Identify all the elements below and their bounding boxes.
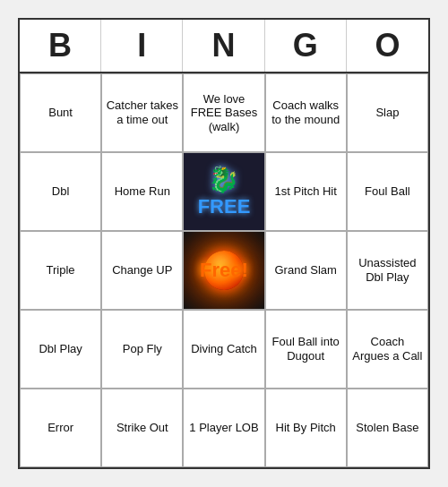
bingo-cell-23: Hit By Pitch [265, 389, 347, 467]
bingo-cell-4: Slap [347, 73, 428, 152]
bingo-cell-10: Triple [20, 231, 101, 310]
bingo-cell-1: Catcher takes a time out [101, 73, 183, 152]
bingo-cell-17: Diving Catch [183, 310, 264, 389]
cell-text: Diving Catch [191, 342, 257, 356]
bingo-cell-3: Coach walks to the mound [265, 73, 347, 152]
bingo-cell-15: Dbl Play [20, 310, 101, 389]
bingo-letter-n: N [183, 20, 264, 72]
bingo-grid: BuntCatcher takes a time outWe love FREE… [20, 73, 428, 467]
cell-text: 1st Pitch Hit [275, 184, 337, 199]
bingo-cell-21: Strike Out [101, 389, 183, 467]
cell-text: Coach Argues a Call [351, 335, 424, 363]
cell-text: Dbl Play [39, 342, 82, 356]
bingo-cell-8: 1st Pitch Hit [265, 152, 347, 231]
bingo-cell-2: We love FREE Bases (walk) [183, 73, 264, 152]
cell-text: Bunt [48, 106, 73, 120]
bingo-card: BINGO BuntCatcher takes a time outWe lov… [18, 18, 430, 469]
cell-text: Coach walks to the mound [270, 98, 342, 126]
cell-text: Error [47, 421, 73, 435]
bingo-cell-12: Free! [183, 231, 264, 310]
bingo-cell-5: Dbl [20, 152, 101, 231]
bingo-letter-o: O [347, 20, 428, 72]
cell-text: Dbl [52, 184, 70, 199]
bingo-cell-14: Unassisted Dbl Play [347, 231, 428, 310]
cell-text: Strike Out [116, 421, 168, 435]
bingo-letter-g: G [265, 20, 347, 72]
free-label-fire: Free! [200, 259, 248, 282]
bingo-cell-18: Foul Ball into Dugout [265, 310, 347, 389]
cell-text: Catcher takes a time out [106, 98, 178, 126]
cell-text: Hit By Pitch [276, 421, 336, 435]
bingo-cell-16: Pop Fly [101, 310, 183, 389]
cell-text: Foul Ball into Dugout [270, 335, 342, 363]
bingo-cell-6: Home Run [101, 152, 183, 231]
bingo-cell-20: Error [20, 389, 101, 467]
bingo-letter-b: B [20, 20, 101, 72]
cell-text: Foul Ball [365, 184, 410, 199]
bingo-cell-11: Change UP [101, 231, 183, 310]
cell-text: 1 Player LOB [189, 421, 258, 435]
cell-text: Stolen Base [356, 421, 418, 435]
cell-text: Triple [47, 263, 75, 278]
dragon-icon: 🐉 [198, 165, 251, 195]
bingo-cell-13: Grand Slam [265, 231, 347, 310]
cell-text: Home Run [115, 184, 170, 199]
cell-text: Slap [375, 106, 399, 120]
free-label-blue: FREE [198, 195, 251, 218]
bingo-cell-9: Foul Ball [347, 152, 428, 231]
bingo-cell-19: Coach Argues a Call [347, 310, 428, 389]
bingo-header: BINGO [20, 20, 428, 73]
bingo-cell-24: Stolen Base [347, 389, 428, 467]
bingo-cell-7: 🐉 FREE [183, 152, 264, 231]
bingo-cell-22: 1 Player LOB [183, 389, 264, 467]
cell-text: Change UP [112, 263, 172, 278]
bingo-letter-i: I [101, 20, 183, 72]
bingo-cell-0: Bunt [20, 73, 101, 152]
cell-text: We love FREE Bases (walk) [187, 92, 260, 134]
cell-text: Unassisted Dbl Play [351, 256, 424, 284]
cell-text: Pop Fly [123, 342, 162, 356]
cell-text: Grand Slam [275, 263, 337, 278]
